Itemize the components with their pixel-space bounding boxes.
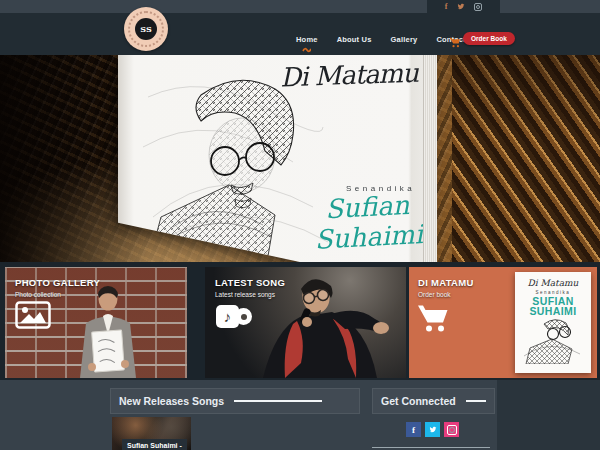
instagram-icon[interactable] bbox=[474, 3, 482, 11]
twitter-icon[interactable] bbox=[425, 422, 440, 437]
hero-artist-name: Sufian Suhaimi bbox=[300, 189, 437, 256]
nav-label: Home bbox=[296, 35, 318, 44]
instagram-icon[interactable] bbox=[444, 422, 459, 437]
card-subtitle: Photo collection bbox=[15, 291, 61, 298]
music-icon: ♪ bbox=[216, 305, 252, 328]
logo-monogram: SS bbox=[135, 18, 157, 40]
footer-rule bbox=[372, 447, 490, 448]
scribble-portrait bbox=[143, 67, 328, 262]
nav-label: Gallery bbox=[391, 35, 418, 44]
scribble-portrait-small bbox=[522, 316, 584, 364]
book-artist-line2: SUHAIMI bbox=[515, 306, 591, 316]
get-connected-panel: Get Connected bbox=[372, 388, 495, 414]
nav-item-home[interactable]: Home bbox=[296, 35, 318, 53]
card-title: DI MATAMU bbox=[418, 277, 474, 288]
image-icon bbox=[15, 301, 51, 333]
active-marker-icon bbox=[302, 46, 311, 53]
disc-icon bbox=[235, 308, 252, 325]
card-subtitle: Latest release songs bbox=[215, 291, 275, 298]
feature-cards-section: PHOTO GALLERY Photo collection bbox=[0, 262, 600, 380]
album-cover: Di Matamu Senandika Sufian Suhaimi bbox=[118, 55, 437, 262]
order-book-card[interactable]: DI MATAMU Order book Di Matamu Senandika… bbox=[409, 267, 597, 378]
facebook-glyph: f bbox=[412, 425, 415, 435]
header-social-bar: f bbox=[427, 0, 500, 13]
latest-song-card[interactable]: LATEST SONG Latest release songs ♪ bbox=[205, 267, 406, 378]
heading-rule bbox=[466, 400, 486, 402]
card-title: LATEST SONG bbox=[215, 277, 285, 288]
footer-widgets: New Releases Songs Sufian Suhaimi - Get … bbox=[0, 380, 600, 450]
footer-social-buttons: f bbox=[406, 422, 459, 437]
release-thumbnail[interactable]: Sufian Suhaimi - bbox=[112, 417, 191, 450]
man-with-book-photo bbox=[63, 281, 153, 378]
top-strip: f bbox=[0, 0, 600, 13]
nav-item-gallery[interactable]: Gallery bbox=[391, 35, 418, 44]
nav-label: About Us bbox=[337, 35, 372, 44]
cart-icon bbox=[417, 303, 449, 338]
artist-last: Suhaimi bbox=[301, 218, 436, 255]
nav-item-about[interactable]: About Us bbox=[337, 35, 372, 44]
footer-margin bbox=[497, 380, 600, 450]
new-releases-panel: New Releases Songs bbox=[110, 388, 360, 414]
hero-slide: Di Matamu Senandika Sufian Suhaimi bbox=[0, 55, 600, 262]
hero-album-title: Di Matamu bbox=[268, 57, 431, 93]
book-artist: SUFIAN SUHAIMI bbox=[515, 296, 591, 316]
brand-logo[interactable]: SS bbox=[124, 7, 168, 51]
get-connected-heading: Get Connected bbox=[381, 395, 456, 407]
twitter-icon[interactable] bbox=[456, 2, 465, 11]
book-title: Di Matamu bbox=[515, 278, 591, 288]
book-cover-thumbnail[interactable]: Di Matamu Senandika SUFIAN SUHAIMI bbox=[515, 272, 591, 373]
facebook-icon[interactable]: f bbox=[406, 422, 421, 437]
wicker-texture bbox=[452, 55, 600, 262]
photo-gallery-card[interactable]: PHOTO GALLERY Photo collection bbox=[5, 267, 187, 378]
order-book-button[interactable]: Order Book bbox=[463, 32, 515, 45]
cart-icon[interactable] bbox=[449, 34, 461, 52]
card-title: PHOTO GALLERY bbox=[15, 277, 100, 288]
card-subtitle: Order book bbox=[418, 291, 451, 298]
release-title: Sufian Suhaimi - bbox=[122, 439, 187, 450]
new-releases-heading: New Releases Songs bbox=[119, 395, 224, 407]
album-cover-face: Di Matamu Senandika Sufian Suhaimi bbox=[118, 55, 437, 262]
facebook-icon[interactable]: f bbox=[445, 3, 448, 11]
header: Home About Us Gallery Contact Us Order B… bbox=[0, 13, 600, 55]
page: f Home About Us Gallery Contact Us bbox=[0, 0, 600, 450]
heading-rule bbox=[234, 400, 322, 402]
instagram-glyph bbox=[447, 425, 457, 435]
book-page-edge bbox=[423, 55, 438, 262]
